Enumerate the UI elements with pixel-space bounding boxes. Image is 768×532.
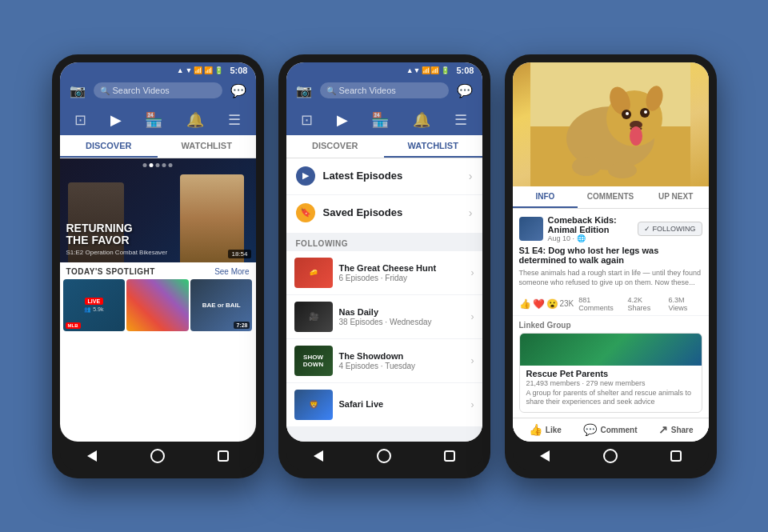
linked-group-section: Linked Group Rescue Pet Parents 21,493 m… <box>513 316 709 418</box>
search-placeholder-1: Search Videos <box>113 86 170 95</box>
tab-info[interactable]: INFO <box>513 186 578 208</box>
camera-icon-1[interactable]: 📷 <box>66 82 89 100</box>
search-bar-1[interactable]: 🔍 Search Videos <box>94 82 222 98</box>
show-row-showdown[interactable]: SHOWDOWN The Showdown 4 Episodes · Tuesd… <box>286 339 482 383</box>
group-thumb <box>520 334 702 366</box>
thumb-bae[interactable]: BAE or BAIL 7:28 <box>190 279 253 331</box>
play-icon-2[interactable]: ▶ <box>332 110 353 130</box>
action-bar: 👍 Like 💬 Comment ↗ Share <box>513 418 709 441</box>
back-btn-1[interactable] <box>84 448 100 464</box>
reaction-count: 23K <box>560 299 574 308</box>
bell-icon-2[interactable]: 🔔 <box>408 110 435 130</box>
show-row-safari[interactable]: 🦁 Safari Live › <box>286 383 482 426</box>
show-name-cheese: The Great Cheese Hunt <box>339 263 471 273</box>
live-icon-2: MLB <box>66 322 81 329</box>
messenger-icon-1[interactable]: 💬 <box>227 82 250 100</box>
group-info: Rescue Pet Parents 21,493 members · 279 … <box>520 366 702 412</box>
tab-comments[interactable]: COMMENTS <box>578 186 643 208</box>
hero-title: RETURNINGTHE FAVOR <box>66 222 168 247</box>
show-chevron-nas: › <box>471 311 474 322</box>
recent-btn-1[interactable] <box>215 448 231 464</box>
thumb-colorful[interactable] <box>126 279 189 331</box>
recent-btn-3[interactable] <box>668 448 684 464</box>
tab-watchlist-2[interactable]: WATCHLIST <box>384 135 482 158</box>
share-btn-icon: ↗ <box>658 423 668 436</box>
hero-overlay: RETURNINGTHE FAVOR S1:E2 Operation Comba… <box>66 222 168 256</box>
like-icon: 👍 <box>519 298 531 310</box>
show-header-info: Comeback Kids: Animal Edition Aug 10 · 🌐 <box>548 215 633 242</box>
home-btn-3[interactable] <box>602 448 618 464</box>
bottom-nav-1: ⊡ ▶ 🏪 🔔 ☰ <box>60 105 256 135</box>
thumb-duration: 7:28 <box>234 322 250 329</box>
back-btn-3[interactable] <box>537 448 553 464</box>
tabs-2: DISCOVER WATCHLIST <box>286 135 482 158</box>
show-row-nas[interactable]: 🎥 Nas Daily 38 Episodes · Wednesday › <box>286 295 482 339</box>
episode-desc: These animals had a rough start in life … <box>513 268 709 293</box>
watchlist-section: ▶ Latest Episodes › 🔖 Saved Episodes › F… <box>286 158 482 442</box>
camera-icon-2[interactable]: 📷 <box>293 82 315 100</box>
home-icon-1[interactable]: ⊡ <box>70 110 91 130</box>
show-thumb-showdown: SHOWDOWN <box>294 346 333 376</box>
group-card[interactable]: Rescue Pet Parents 21,493 members · 279 … <box>519 333 702 413</box>
show-avatar <box>519 217 543 241</box>
menu-icon-2[interactable]: ☰ <box>450 110 472 130</box>
show-thumb-nas: 🎥 <box>294 302 333 332</box>
store-icon-2[interactable]: 🏪 <box>366 110 394 130</box>
phone-1-screen: ▲ ▼ 📶 📶 🔋 5:08 📷 🔍 Search Videos 💬 <box>60 62 256 442</box>
search-bar-2[interactable]: 🔍 Search Videos <box>320 82 449 98</box>
dog-image <box>513 62 709 186</box>
video-hero <box>513 62 709 186</box>
show-row-cheese[interactable]: 🧀 The Great Cheese Hunt 6 Episodes · Fri… <box>286 251 482 295</box>
phones-container: ▲ ▼ 📶 📶 🔋 5:08 📷 🔍 Search Videos 💬 <box>36 38 733 494</box>
show-info-cheese: The Great Cheese Hunt 6 Episodes · Frida… <box>339 263 471 282</box>
dog-svg <box>530 62 690 186</box>
share-button[interactable]: ↗ Share <box>643 423 709 436</box>
home-icon-2[interactable]: ⊡ <box>296 110 318 130</box>
back-btn-2[interactable] <box>310 448 326 464</box>
menu-icon-1[interactable]: ☰ <box>223 110 246 130</box>
comment-btn-icon: 💬 <box>583 423 597 436</box>
linked-label: Linked Group <box>519 321 702 330</box>
home-btn-1[interactable] <box>150 448 166 464</box>
reaction-stats: 881 Comments 4.2K Shares 6.3M Views <box>578 296 702 312</box>
tab-discover-1[interactable]: DISCOVER <box>60 135 158 158</box>
show-name: Comeback Kids: Animal Edition <box>548 215 633 234</box>
follow-label: ✓ FOLLOWING <box>644 225 696 233</box>
show-header-row: Comeback Kids: Animal Edition Aug 10 · 🌐… <box>513 209 709 246</box>
latest-episodes-row[interactable]: ▶ Latest Episodes › <box>286 158 482 194</box>
nav-bar-1: 📷 🔍 Search Videos 💬 <box>60 77 256 105</box>
tab-up-next[interactable]: UP NEXT <box>643 186 709 208</box>
like-button[interactable]: 👍 Like <box>513 423 578 436</box>
show-name-showdown: The Showdown <box>339 351 471 361</box>
phone-bottom-bar-3 <box>513 442 709 470</box>
phone-2: ▲▼ 📶📶 🔋 5:08 📷 🔍 Search Videos 💬 ⊡ ▶ <box>278 54 490 478</box>
bottom-nav-2: ⊡ ▶ 🏪 🔔 ☰ <box>286 105 482 135</box>
store-icon-1[interactable]: 🏪 <box>140 110 167 130</box>
phone-1: ▲ ▼ 📶 📶 🔋 5:08 📷 🔍 Search Videos 💬 <box>52 54 264 478</box>
show-meta-nas: 38 Episodes · Wednesday <box>339 318 471 326</box>
show-chevron-safari: › <box>471 399 474 410</box>
bell-icon-1[interactable]: 🔔 <box>182 110 209 130</box>
group-members: 21,493 members · 279 new members <box>526 379 695 387</box>
saved-chevron: › <box>469 206 473 219</box>
follow-button[interactable]: ✓ FOLLOWING <box>638 222 702 236</box>
tab-discover-2[interactable]: DISCOVER <box>286 135 385 158</box>
comment-button[interactable]: 💬 Comment <box>578 423 643 436</box>
episode-title: S1 E4: Dog who lost her legs was determi… <box>513 246 709 268</box>
saved-episodes-row[interactable]: 🔖 Saved Episodes › <box>286 194 482 230</box>
latest-chevron: › <box>469 170 473 182</box>
see-more-btn[interactable]: See More <box>214 267 249 276</box>
messenger-icon-2[interactable]: 💬 <box>454 82 476 100</box>
show-meta: Aug 10 · 🌐 <box>548 234 633 242</box>
play-icon-1[interactable]: ▶ <box>106 110 126 130</box>
reactions: 👍 ❤️ 😮 23K <box>519 298 574 310</box>
svg-point-9 <box>644 110 647 114</box>
status-time-1: 5:08 <box>230 66 247 75</box>
like-btn-icon: 👍 <box>529 423 542 436</box>
recent-btn-2[interactable] <box>442 448 458 464</box>
thumb-mlb[interactable]: LIVE 👥 5.9k MLB <box>63 279 126 331</box>
detail-content: Comeback Kids: Animal Edition Aug 10 · 🌐… <box>513 209 709 442</box>
hero-dots <box>143 163 173 167</box>
home-btn-2[interactable] <box>376 448 392 464</box>
tab-watchlist-1[interactable]: WATCHLIST <box>158 135 256 158</box>
